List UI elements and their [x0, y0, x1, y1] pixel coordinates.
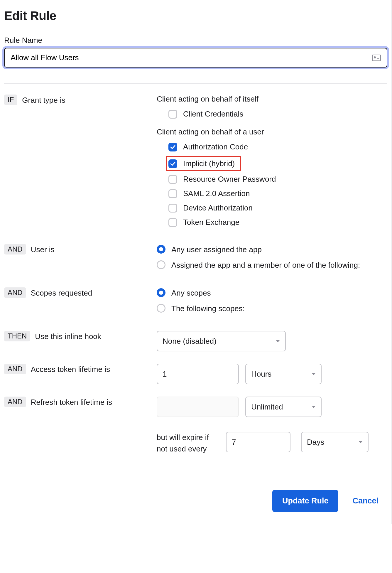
user-is-label: User is [31, 244, 55, 254]
checkbox-label: SAML 2.0 Assertion [183, 189, 250, 198]
chevron-down-icon [312, 373, 316, 375]
expire-value-input[interactable]: 7 [226, 432, 290, 452]
checkbox-label: Client Credentials [183, 109, 243, 119]
page-title: Edit Rule [4, 9, 387, 23]
chevron-down-icon [312, 406, 316, 408]
condition-tag-and: AND [4, 244, 26, 255]
checkbox-client-credentials[interactable] [168, 110, 177, 119]
expire-label: but will expire if not used every [157, 432, 215, 455]
condition-tag-and: AND [4, 287, 26, 298]
checkbox-label: Implicit (hybrid) [183, 159, 235, 168]
grant-group-user-heading: Client acting on behalf of a user [157, 127, 387, 136]
condition-tag-then: THEN [4, 331, 30, 341]
implicit-hybrid-highlight: Implicit (hybrid) [166, 156, 241, 171]
input-value: 1 [163, 370, 167, 379]
select-value: None (disabled) [163, 337, 217, 346]
grant-type-label: Grant type is [22, 95, 65, 105]
radio-member-of[interactable] [157, 260, 165, 269]
select-value: Unlimited [251, 402, 283, 412]
access-token-value-input[interactable]: 1 [157, 364, 239, 384]
checkbox-implicit-hybrid[interactable] [168, 159, 177, 168]
checkbox-resource-owner-password[interactable] [168, 175, 177, 184]
chevron-down-icon [276, 340, 280, 342]
input-value: 7 [232, 438, 236, 447]
radio-label: Any scopes [171, 287, 211, 299]
condition-tag-if: IF [4, 95, 17, 105]
condition-tag-and: AND [4, 397, 26, 407]
checkbox-label: Device Authorization [183, 203, 253, 213]
checkbox-label: Token Exchange [183, 218, 239, 227]
chevron-down-icon [359, 441, 363, 443]
radio-any-scopes[interactable] [157, 288, 165, 297]
access-token-unit-select[interactable]: Hours [245, 364, 322, 384]
radio-any-user[interactable] [157, 245, 165, 254]
radio-label: The following scopes: [171, 303, 245, 314]
divider [4, 83, 387, 84]
checkbox-saml-assertion[interactable] [168, 189, 177, 198]
refresh-token-value-input[interactable] [157, 397, 239, 417]
contact-card-icon [372, 55, 381, 61]
rule-name-label: Rule Name [4, 36, 387, 45]
checkbox-token-exchange[interactable] [168, 218, 177, 227]
checkbox-authorization-code[interactable] [168, 143, 177, 151]
select-value: Days [307, 438, 324, 447]
refresh-token-unit-select[interactable]: Unlimited [245, 397, 322, 417]
update-rule-button[interactable]: Update Rule [272, 490, 339, 512]
cancel-button[interactable]: Cancel [352, 496, 379, 505]
radio-label: Assigned the app and a member of one of … [171, 259, 360, 271]
checkbox-device-authorization[interactable] [168, 204, 177, 213]
condition-tag-and: AND [4, 364, 26, 374]
grant-group-self-heading: Client acting on behalf of itself [157, 95, 387, 104]
checkbox-label: Authorization Code [183, 142, 248, 151]
select-value: Hours [251, 370, 271, 379]
scopes-label: Scopes requested [31, 287, 92, 298]
radio-label: Any user assigned the app [171, 244, 262, 255]
rule-name-input[interactable] [4, 48, 387, 68]
inline-hook-select[interactable]: None (disabled) [157, 331, 286, 351]
inline-hook-label: Use this inline hook [35, 331, 101, 341]
expire-unit-select[interactable]: Days [301, 432, 369, 452]
access-token-label: Access token lifetime is [31, 364, 110, 374]
checkbox-label: Resource Owner Password [183, 175, 276, 184]
refresh-token-label: Refresh token lifetime is [31, 397, 112, 407]
radio-following-scopes[interactable] [157, 304, 165, 313]
